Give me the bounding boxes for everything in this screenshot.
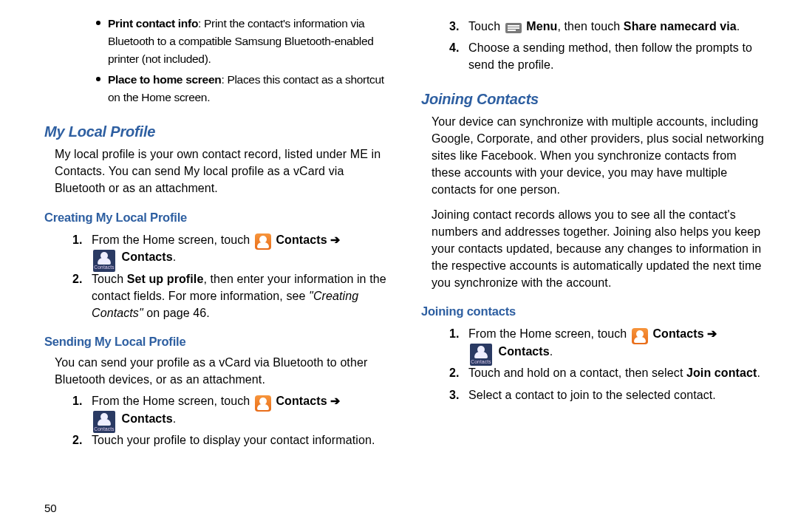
step-number: 1. [449,325,468,360]
txt-b: Set up profile [127,273,204,285]
step-join-3: 3. Select a contact to join to the selec… [449,386,768,403]
txt-b: Contacts ➔ [276,233,340,246]
txt-e: . [737,20,740,33]
step-text: Touch Set up profile, then enter your in… [92,270,392,322]
txt-c: Contacts [499,345,550,358]
txt-c: , then touch [557,20,623,33]
txt-e: on page 46. [143,307,210,319]
step-number: 1. [72,392,92,427]
txt-d: Share namecard via [624,20,737,33]
left-column: Print contact info: Print the contact's … [44,15,392,517]
step-create-1: 1. From the Home screen, touch Contacts … [72,231,392,266]
bullet-lead: Place to home screen [108,73,221,86]
step-number: 3. [449,18,468,35]
step-number: 4. [449,39,468,73]
txt-c: Contacts [122,250,173,263]
step-text: Select a contact to join to the selected… [468,386,768,403]
step-text: Touch and hold on a contact, then select… [468,364,768,381]
txt-a: Touch [92,273,127,285]
bullet-icon [96,77,100,81]
step-text: Choose a sending method, then follow the… [468,39,768,73]
step-send-2: 2. Touch your profile to display your co… [72,432,392,449]
step-send-3: 3. Touch Menu, then touch Share namecard… [449,18,768,35]
manual-page: Print contact info: Print the contact's … [0,0,798,532]
txt-a: Touch [468,20,504,33]
step-create-2: 2. Touch Set up profile, then enter your… [72,270,392,322]
txt-b: Contacts ➔ [652,327,717,340]
contacts-app-icon [632,328,648,344]
step-number: 2. [449,364,468,381]
heading-joining-contacts-sub: Joining contacts [421,303,768,321]
para-join-1: Your device can synchronize with multipl… [432,113,768,199]
txt-a: Touch and hold on a contact, then select [468,366,686,379]
txt-d: . [173,250,177,263]
bullet-print-contact: Print contact info: Print the contact's … [96,15,392,68]
bullet-icon [96,21,100,25]
bullet-text: Place to home screen: Places this contac… [108,71,392,106]
contacts-tab-icon: Contacts [93,411,115,433]
step-number: 2. [72,270,92,322]
para-local-profile: My local profile is your own contact rec… [55,146,392,197]
step-text: From the Home screen, touch Contacts ➔ C… [92,392,392,427]
step-number: 3. [449,386,468,403]
contacts-tab-icon: Contacts [470,344,492,366]
contacts-app-icon [255,395,271,412]
bullet-lead: Print contact info [108,17,198,30]
step-text: Touch Menu, then touch Share namecard vi… [468,18,768,35]
txt-d: . [550,345,553,358]
step-number: 2. [72,432,92,449]
step-text: From the Home screen, touch Contacts ➔ C… [92,231,392,266]
txt-a: From the Home screen, touch [92,395,250,407]
txt-c: . [757,366,760,379]
step-text: From the Home screen, touch Contacts ➔ C… [468,325,768,360]
txt-b: Menu [526,20,557,33]
heading-joining-contacts: Joining Contacts [421,89,768,110]
contacts-tab-icon: Contacts [93,250,115,272]
menu-icon [505,23,522,33]
step-send-4: 4. Choose a sending method, then follow … [449,39,768,73]
txt-b: Join contact [686,366,757,379]
heading-my-local-profile: My Local Profile [44,121,392,143]
txt-c: Contacts [122,412,173,425]
txt-a: From the Home screen, touch [92,233,250,246]
page-number: 50 [44,502,57,514]
step-send-1: 1. From the Home screen, touch Contacts … [72,392,392,427]
contacts-app-icon [255,233,271,250]
para-send-profile: You can send your profile as a vCard via… [55,354,392,388]
step-join-2: 2. Touch and hold on a contact, then sel… [449,364,768,381]
bullet-text: Print contact info: Print the contact's … [108,15,392,68]
heading-sending-local-profile: Sending My Local Profile [44,333,392,351]
txt-a: From the Home screen, touch [468,327,627,340]
para-join-2: Joining contact records allows you to se… [432,206,768,292]
right-column: 3. Touch Menu, then touch Share namecard… [421,15,768,517]
heading-creating-local-profile: Creating My Local Profile [44,209,392,227]
txt-b: Contacts ➔ [276,395,340,407]
step-join-1: 1. From the Home screen, touch Contacts … [449,325,768,360]
bullet-place-home: Place to home screen: Places this contac… [96,71,392,106]
step-number: 1. [72,231,92,266]
step-text: Touch your profile to display your conta… [92,432,392,449]
txt-d: . [173,412,177,425]
